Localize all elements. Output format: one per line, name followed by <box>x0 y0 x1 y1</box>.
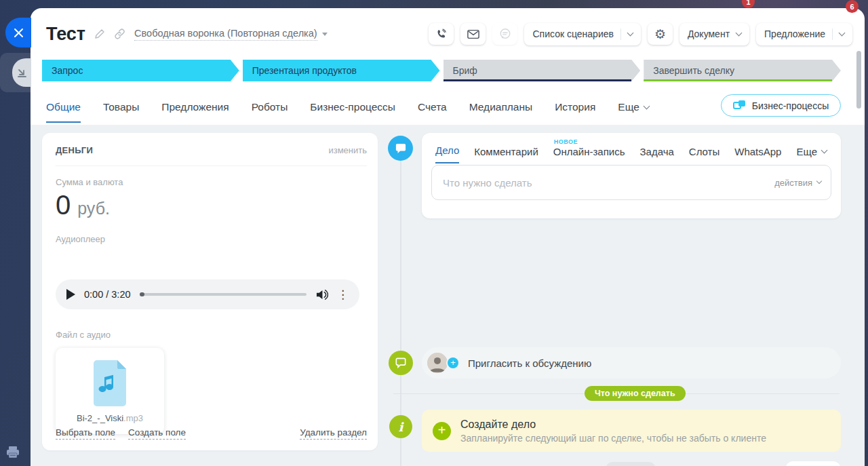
edit-title-icon[interactable] <box>94 28 105 39</box>
stage-zapros[interactable]: Запрос <box>42 60 239 81</box>
edit-section-link[interactable]: изменить <box>328 145 367 155</box>
amount-currency: руб. <box>77 199 110 218</box>
tab-mediaplany[interactable]: Медиапланы <box>469 101 532 121</box>
tab-more[interactable]: Еще <box>618 101 649 121</box>
tab-predlozheniya[interactable]: Предложения <box>161 101 229 121</box>
print-button[interactable] <box>5 445 20 463</box>
audio-seekbar[interactable] <box>140 293 307 296</box>
stage-brif[interactable]: Бриф <box>443 60 641 81</box>
todo-input[interactable] <box>433 177 774 189</box>
audio-menu-button[interactable]: ⋮ <box>337 289 349 300</box>
audio-file-field-label: Файл с аудио <box>56 330 367 340</box>
chat-icon <box>499 28 511 40</box>
todo-quick-button[interactable]: Что нужно сделать <box>585 386 686 401</box>
pipeline-stage-bar: Запрос Презентация продуктов Бриф Заверш… <box>42 60 841 81</box>
offer-button-label: Предложение <box>764 28 825 39</box>
vertical-scrollbar[interactable] <box>856 51 861 109</box>
tab-obschie[interactable]: Общие <box>46 101 81 123</box>
money-section-panel: ДЕНЬГИ изменить Сумма и валюта 0 руб. Ау… <box>42 133 378 450</box>
actions-dropdown[interactable]: действия <box>774 178 821 188</box>
tab-more-label: Еще <box>618 101 639 113</box>
stage-underline <box>443 79 632 81</box>
invite-label: Пригласить к обсуждению <box>468 357 591 369</box>
email-button[interactable] <box>460 23 486 45</box>
stage-label: Завершить сделку <box>653 65 734 76</box>
business-processes-button-label: Бизнес-процессы <box>752 100 829 111</box>
new-badge: НОВОЕ <box>554 138 578 145</box>
chat-button-disabled[interactable] <box>492 23 517 45</box>
audio-player: 0:00 / 3:20 ⋮ <box>56 279 359 309</box>
audio-file-card[interactable]: Bi-2_-_Viski.mp3 <box>56 348 164 434</box>
divider <box>832 28 833 40</box>
speech-bubble-outline-icon <box>395 357 407 368</box>
tab-delo[interactable]: Дело <box>435 144 459 163</box>
chevron-down-icon <box>627 29 633 36</box>
timeline-info-icon: i <box>389 415 412 438</box>
chevron-down-icon <box>839 29 846 36</box>
copy-link-icon[interactable] <box>114 28 125 39</box>
stage-label: Запрос <box>52 65 83 76</box>
tab-more-composer[interactable]: Еще <box>796 146 827 163</box>
select-field-link[interactable]: Выбрать поле <box>56 427 115 440</box>
document-button[interactable]: Документ <box>679 23 749 45</box>
play-button[interactable] <box>66 289 75 300</box>
tab-sloty[interactable]: Слоты <box>689 146 719 163</box>
gear-icon: ⚙ <box>654 28 666 41</box>
timeline-composer-icon <box>388 136 413 161</box>
tab-whatsapp[interactable]: WhatsApp <box>734 146 781 163</box>
offer-button[interactable]: Предложение <box>756 23 852 45</box>
notification-badge-corner: 6 <box>846 0 859 13</box>
close-slider-button[interactable] <box>5 18 31 47</box>
add-participant-icon[interactable]: + <box>448 357 458 368</box>
chevron-down-icon <box>643 102 650 109</box>
document-button-label: Документ <box>688 28 730 39</box>
delete-section-link[interactable]: Удалить раздел <box>300 427 367 440</box>
create-field-link[interactable]: Создать поле <box>128 427 186 440</box>
create-activity-hint-card: + Создайте дело Запланируйте следующий ш… <box>422 410 841 452</box>
audio-file-name: Bi-2_-_Viski.mp3 <box>77 413 143 423</box>
filter-button[interactable]: ФИЛЬТР <box>785 461 841 466</box>
divider <box>620 28 621 40</box>
tab-zadacha[interactable]: Задача <box>640 146 674 163</box>
file-extension: .mp3 <box>123 413 143 423</box>
actions-label: действия <box>774 178 812 188</box>
tab-onlayn-zapis[interactable]: НОВОЕ Онлайн-запись <box>553 146 625 163</box>
tab-roboty[interactable]: Роботы <box>252 101 288 121</box>
funnel-selector-label: Свободная воронка (Повторная сделка) <box>134 28 317 41</box>
collapse-corner-icon <box>17 68 27 78</box>
invite-avatar-group: + <box>427 353 458 373</box>
tab-biznes-processy[interactable]: Бизнес-процессы <box>310 101 395 121</box>
invite-to-discussion-bar[interactable]: + Пригласить к обсуждению <box>422 347 841 378</box>
speech-bubble-icon <box>395 143 407 154</box>
divider <box>56 166 367 166</box>
avatar <box>427 353 448 373</box>
timeline-composer-card: Дело Комментарий НОВОЕ Онлайн-запись Зад… <box>422 133 841 218</box>
tab-kommentariy[interactable]: Комментарий <box>474 146 538 163</box>
chevron-down-icon <box>736 29 743 36</box>
scenarios-button[interactable]: Список сценариев <box>524 23 640 45</box>
deal-header: Тест Свободная воронка (Повторная сделка… <box>31 8 865 60</box>
money-section-title: ДЕНЬГИ <box>56 145 93 155</box>
composer-tabs: Дело Комментарий НОВОЕ Онлайн-запись Зад… <box>422 133 841 163</box>
stage-zavershit[interactable]: Завершить сделку <box>644 60 841 81</box>
chevron-down-icon <box>821 147 828 154</box>
printer-icon <box>5 445 20 460</box>
tab-scheta[interactable]: Счета <box>418 101 447 121</box>
deal-title: Тест <box>46 24 85 45</box>
file-basename: Bi-2_-_Viski <box>77 413 123 423</box>
business-processes-button[interactable]: Бизнес-процессы <box>721 94 841 117</box>
hint-title: Создайте дело <box>460 419 766 431</box>
audio-file-icon <box>91 360 129 407</box>
amount-value[interactable]: 0 <box>56 190 71 220</box>
stage-prezentaciya[interactable]: Презентация продуктов <box>243 60 440 81</box>
hint-subtitle: Запланируйте следующий шаг по сделке, чт… <box>460 433 766 444</box>
deal-slider-card: Тест Свободная воронка (Повторная сделка… <box>31 8 865 466</box>
add-activity-button[interactable]: + <box>433 422 451 440</box>
deal-content: ДЕНЬГИ изменить Сумма и валюта 0 руб. Ау… <box>31 125 865 466</box>
tab-tovary[interactable]: Товары <box>103 101 139 121</box>
settings-button[interactable]: ⚙ <box>648 23 673 45</box>
call-button[interactable] <box>429 23 454 45</box>
tab-istoriya[interactable]: История <box>555 101 595 121</box>
funnel-selector[interactable]: Свободная воронка (Повторная сделка) <box>134 28 328 41</box>
volume-icon[interactable] <box>315 289 328 300</box>
